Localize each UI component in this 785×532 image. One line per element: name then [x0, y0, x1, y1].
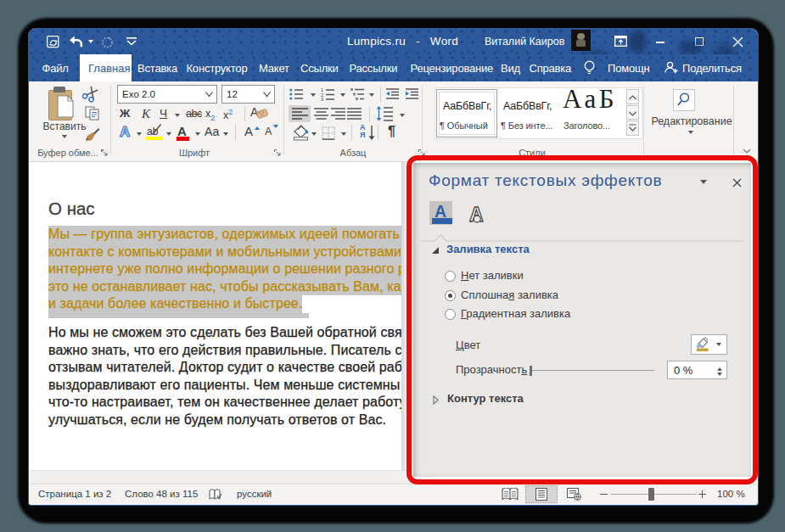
svg-text:3: 3 — [321, 97, 323, 101]
